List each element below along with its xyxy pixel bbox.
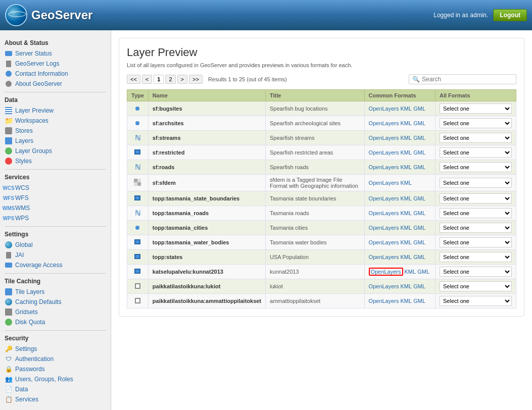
sidebar-item-server-status[interactable]: Server Status xyxy=(3,48,108,59)
format-link-openlayers[interactable]: OpenLayers xyxy=(369,164,399,170)
all-formats-select[interactable]: Select one xyxy=(440,267,512,277)
layer-name-cell: topp:tasmania_cities xyxy=(148,221,265,235)
format-link-kml[interactable]: KML xyxy=(401,135,412,141)
all-formats-select[interactable]: Select one xyxy=(440,178,512,188)
all-formats-cell: Select one xyxy=(436,116,516,131)
all-formats-select[interactable]: Select one xyxy=(440,104,512,114)
sidebar-item-styles[interactable]: Styles xyxy=(3,156,108,166)
sidebar-item-disk-quota[interactable]: Disk Quota xyxy=(3,317,108,327)
page-1-button[interactable]: 1 xyxy=(154,75,164,84)
format-link-gml[interactable]: GML xyxy=(413,106,425,112)
page-prev-button[interactable]: < xyxy=(142,75,152,84)
sidebar-item-global[interactable]: Global xyxy=(3,240,108,250)
format-link-kml[interactable]: KML xyxy=(401,195,412,201)
format-link-openlayers[interactable]: OpenLayers xyxy=(369,195,399,201)
sidebar-item-tile-layers[interactable]: Tile Layers xyxy=(3,287,108,297)
format-link-gml[interactable]: GML xyxy=(413,254,425,260)
format-link-gml[interactable]: GML xyxy=(413,283,425,289)
all-formats-select[interactable]: Select one xyxy=(440,147,512,158)
format-link-openlayers[interactable]: OpenLayers xyxy=(369,106,399,112)
format-link-openlayers[interactable]: OpenLayers xyxy=(369,239,399,245)
sidebar-item-wcs[interactable]: WCS WCS xyxy=(3,183,108,193)
sidebar-item-caching-defaults[interactable]: Caching Defaults xyxy=(3,297,108,307)
format-link-kml[interactable]: KML xyxy=(401,120,412,126)
common-formats-cell: OpenLayersKMLGML xyxy=(364,145,435,160)
format-link-openlayers[interactable]: OpenLayers xyxy=(369,135,399,141)
layer-name-cell: topp:states xyxy=(148,250,265,265)
format-link-kml[interactable]: KML xyxy=(401,106,412,112)
sidebar-item-geoserver-logs[interactable]: GeoServer Logs xyxy=(3,59,108,69)
sidebar-item-layers[interactable]: Layers xyxy=(3,136,108,146)
table-row: sf:archsitesSpearfish archeological site… xyxy=(127,116,516,131)
page-first-button[interactable]: << xyxy=(127,75,140,84)
sidebar-item-services-security[interactable]: 📋 Services xyxy=(3,394,108,404)
format-link-kml[interactable]: KML xyxy=(401,239,412,245)
sidebar-item-data-security[interactable]: 📄 Data xyxy=(3,384,108,394)
common-formats-cell: OpenLayersKMLGML xyxy=(364,235,435,250)
format-link-kml[interactable]: KML xyxy=(401,164,412,170)
sidebar-item-workspaces[interactable]: 📁 Workspaces xyxy=(3,116,108,126)
format-link-gml[interactable]: GML xyxy=(413,195,425,201)
sidebar-item-about[interactable]: About GeoServer xyxy=(3,79,108,89)
format-link-gml[interactable]: GML xyxy=(413,210,425,216)
format-link-gml[interactable]: GML xyxy=(413,239,425,245)
format-link-openlayers[interactable]: OpenLayers xyxy=(369,283,399,289)
sidebar-item-wps[interactable]: WPS WPS xyxy=(3,213,108,223)
page-last-button[interactable]: >> xyxy=(189,75,203,84)
format-link-gml[interactable]: GML xyxy=(417,269,429,275)
format-link-openlayers[interactable]: OpenLayers xyxy=(369,180,399,186)
sidebar-section-services: Services xyxy=(5,174,108,181)
type-cell xyxy=(127,116,149,131)
format-link-kml[interactable]: KML xyxy=(401,180,412,186)
format-link-kml[interactable]: KML xyxy=(401,283,412,289)
search-input[interactable] xyxy=(422,76,513,83)
logout-button[interactable]: Logout xyxy=(493,9,527,21)
format-link-openlayers[interactable]: OpenLayers xyxy=(369,120,399,126)
all-formats-select[interactable]: Select one xyxy=(440,296,512,306)
format-link-kml[interactable]: KML xyxy=(401,210,412,216)
format-link-gml[interactable]: GML xyxy=(413,164,425,170)
format-link-kml[interactable]: KML xyxy=(401,298,412,304)
format-link-openlayers[interactable]: OpenLayers xyxy=(369,149,399,156)
sidebar-item-layer-preview[interactable]: Layer Preview xyxy=(3,106,108,116)
all-formats-select[interactable]: Select one xyxy=(440,133,512,143)
all-formats-select[interactable]: Select one xyxy=(440,252,512,262)
all-formats-select[interactable]: Select one xyxy=(440,193,512,203)
format-link-openlayers[interactable]: OpenLayers xyxy=(369,298,399,304)
doc-icon2 xyxy=(5,251,13,259)
all-formats-select[interactable]: Select one xyxy=(440,118,512,128)
sidebar-item-layer-groups[interactable]: Layer Groups xyxy=(3,146,108,156)
all-formats-select[interactable]: Select one xyxy=(440,223,512,233)
sidebar-item-coverage-access[interactable]: Coverage Access xyxy=(3,260,108,270)
all-formats-select[interactable]: Select one xyxy=(440,162,512,172)
format-link-openlayers[interactable]: OpenLayers xyxy=(369,254,399,260)
format-link-kml[interactable]: KML xyxy=(401,254,412,260)
format-link-kml[interactable]: KML xyxy=(405,269,416,275)
format-link-gml[interactable]: GML xyxy=(413,135,425,141)
sidebar-item-stores[interactable]: Stores xyxy=(3,126,108,136)
format-link-gml[interactable]: GML xyxy=(413,149,425,156)
sidebar-item-passwords[interactable]: 🔒 Passwords xyxy=(3,364,108,374)
format-link-gml[interactable]: GML xyxy=(413,225,425,231)
format-link-kml[interactable]: KML xyxy=(401,149,412,156)
sidebar-item-gridsets[interactable]: Gridsets xyxy=(3,307,108,317)
sidebar-item-contact-info[interactable]: Contact Information xyxy=(3,69,108,79)
format-link-gml[interactable]: GML xyxy=(413,120,425,126)
format-link-openlayers[interactable]: OpenLayers xyxy=(369,268,403,276)
page-next-button[interactable]: > xyxy=(177,75,187,84)
format-link-gml[interactable]: GML xyxy=(413,298,425,304)
sidebar-item-authentication[interactable]: 🛡 Authentication xyxy=(3,354,108,364)
format-link-openlayers[interactable]: OpenLayers xyxy=(369,210,399,216)
sidebar-item-users-groups-roles[interactable]: 👥 Users, Groups, Roles xyxy=(3,374,108,384)
divider-3 xyxy=(5,226,106,227)
all-formats-select[interactable]: Select one xyxy=(440,281,512,291)
sidebar-item-security-settings[interactable]: 🔑 Settings xyxy=(3,344,108,354)
all-formats-select[interactable]: Select one xyxy=(440,237,512,247)
format-link-openlayers[interactable]: OpenLayers xyxy=(369,225,399,231)
format-link-kml[interactable]: KML xyxy=(401,225,412,231)
all-formats-select[interactable]: Select one xyxy=(440,208,512,218)
sidebar-item-jai[interactable]: JAI xyxy=(3,250,108,260)
sidebar-item-wfs[interactable]: WFS WFS xyxy=(3,193,108,203)
sidebar-item-wms[interactable]: WMS WMS xyxy=(3,203,108,213)
page-2-button[interactable]: 2 xyxy=(165,75,175,84)
